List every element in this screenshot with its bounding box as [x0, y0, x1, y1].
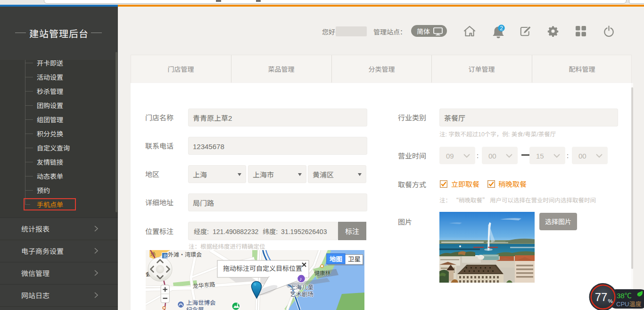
svg-text:2: 2 [500, 25, 503, 32]
svg-text:拖动标注可自定义目标位置: 拖动标注可自定义目标位置 [223, 263, 302, 273]
svg-text:77: 77 [595, 291, 607, 303]
svg-text:纪念展: 纪念展 [186, 305, 204, 310]
svg-text:艺术剧场: 艺术剧场 [290, 289, 314, 298]
svg-text:地图: 地图 [330, 254, 342, 263]
svg-text:外滩・湾環会: 外滩・湾環会 [168, 250, 202, 258]
svg-text:健康林: 健康林 [314, 269, 331, 276]
svg-text:北: 北 [163, 252, 168, 259]
svg-text:♪: ♪ [299, 275, 302, 282]
svg-text:%: % [608, 298, 612, 304]
svg-text:卫星: 卫星 [348, 254, 361, 263]
